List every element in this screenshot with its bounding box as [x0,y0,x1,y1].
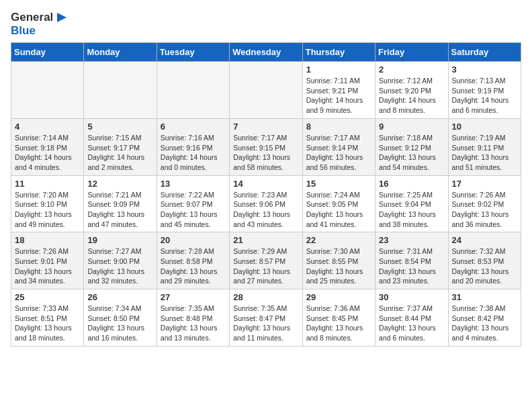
logo: General Blue [11,11,66,37]
day-info: Sunrise: 7:17 AMSunset: 9:14 PMDaylight:… [306,133,371,173]
day-cell-25: 25Sunrise: 7:33 AMSunset: 8:51 PMDayligh… [11,289,84,347]
day-number: 30 [379,292,444,302]
day-info: Sunrise: 7:34 AMSunset: 8:50 PMDaylight:… [87,304,152,343]
day-info: Sunrise: 7:37 AMSunset: 8:44 PMDaylight:… [379,304,444,343]
day-info: Sunrise: 7:13 AMSunset: 9:19 PMDaylight:… [452,76,517,116]
day-info: Sunrise: 7:33 AMSunset: 8:51 PMDaylight:… [15,304,80,343]
day-number: 18 [15,235,80,245]
header: General Blue [11,11,521,37]
day-number: 4 [15,122,80,132]
day-cell-14: 14Sunrise: 7:23 AMSunset: 9:06 PMDayligh… [230,175,302,232]
day-number: 19 [87,235,152,245]
day-number: 21 [233,235,298,245]
day-cell-6: 6Sunrise: 7:16 AMSunset: 9:16 PMDaylight… [157,118,229,175]
day-number: 26 [87,292,152,302]
col-header-friday: Friday [375,43,448,62]
day-number: 14 [233,179,298,189]
day-cell-28: 28Sunrise: 7:35 AMSunset: 8:47 PMDayligh… [230,289,302,347]
day-info: Sunrise: 7:28 AMSunset: 8:58 PMDaylight:… [161,246,226,286]
day-cell-18: 18Sunrise: 7:26 AMSunset: 9:01 PMDayligh… [11,232,84,289]
col-header-thursday: Thursday [302,43,375,62]
day-number: 13 [161,179,226,189]
day-info: Sunrise: 7:36 AMSunset: 8:45 PMDaylight:… [306,304,371,343]
day-number: 11 [15,179,80,189]
day-cell-13: 13Sunrise: 7:22 AMSunset: 9:07 PMDayligh… [157,175,229,232]
day-cell-1: 1Sunrise: 7:11 AMSunset: 9:21 PMDaylight… [302,62,375,119]
day-cell-9: 9Sunrise: 7:18 AMSunset: 9:12 PMDaylight… [375,118,448,175]
day-number: 22 [306,235,371,245]
day-info: Sunrise: 7:12 AMSunset: 9:20 PMDaylight:… [379,76,444,116]
day-number: 28 [233,292,298,302]
day-cell-19: 19Sunrise: 7:27 AMSunset: 9:00 PMDayligh… [84,232,157,289]
day-cell-10: 10Sunrise: 7:19 AMSunset: 9:11 PMDayligh… [448,118,521,175]
logo-blue: Blue [11,24,66,38]
day-number: 7 [233,122,298,132]
empty-cell [11,62,84,119]
day-number: 29 [306,292,371,302]
day-cell-7: 7Sunrise: 7:17 AMSunset: 9:15 PMDaylight… [230,118,302,175]
day-info: Sunrise: 7:14 AMSunset: 9:18 PMDaylight:… [15,133,80,173]
day-number: 12 [87,179,152,189]
day-info: Sunrise: 7:26 AMSunset: 9:02 PMDaylight:… [452,190,517,230]
day-info: Sunrise: 7:27 AMSunset: 9:00 PMDaylight:… [87,246,152,286]
day-cell-29: 29Sunrise: 7:36 AMSunset: 8:45 PMDayligh… [302,289,375,347]
col-header-saturday: Saturday [448,43,521,62]
day-number: 15 [306,179,371,189]
day-number: 16 [379,179,444,189]
day-cell-23: 23Sunrise: 7:31 AMSunset: 8:54 PMDayligh… [375,232,448,289]
day-number: 24 [452,235,517,245]
day-cell-8: 8Sunrise: 7:17 AMSunset: 9:14 PMDaylight… [302,118,375,175]
day-info: Sunrise: 7:31 AMSunset: 8:54 PMDaylight:… [379,246,444,286]
day-cell-5: 5Sunrise: 7:15 AMSunset: 9:17 PMDaylight… [84,118,157,175]
day-number: 25 [15,292,80,302]
col-header-wednesday: Wednesday [230,43,302,62]
day-number: 3 [452,64,517,75]
day-info: Sunrise: 7:35 AMSunset: 8:47 PMDaylight:… [233,304,298,343]
day-number: 9 [379,122,444,132]
day-cell-12: 12Sunrise: 7:21 AMSunset: 9:09 PMDayligh… [84,175,157,232]
day-cell-30: 30Sunrise: 7:37 AMSunset: 8:44 PMDayligh… [375,289,448,347]
empty-cell [230,62,302,119]
day-info: Sunrise: 7:15 AMSunset: 9:17 PMDaylight:… [87,133,152,173]
day-number: 23 [379,235,444,245]
day-cell-4: 4Sunrise: 7:14 AMSunset: 9:18 PMDaylight… [11,118,84,175]
logo-general: General [11,11,53,24]
col-header-sunday: Sunday [11,43,84,62]
day-number: 2 [379,64,444,75]
day-info: Sunrise: 7:24 AMSunset: 9:05 PMDaylight:… [306,190,371,230]
day-number: 31 [452,292,517,302]
day-number: 10 [452,122,517,132]
day-info: Sunrise: 7:32 AMSunset: 8:53 PMDaylight:… [452,246,517,286]
day-cell-3: 3Sunrise: 7:13 AMSunset: 9:19 PMDaylight… [448,62,521,119]
day-info: Sunrise: 7:11 AMSunset: 9:21 PMDaylight:… [306,76,371,116]
day-cell-24: 24Sunrise: 7:32 AMSunset: 8:53 PMDayligh… [448,232,521,289]
day-info: Sunrise: 7:25 AMSunset: 9:04 PMDaylight:… [379,190,444,230]
empty-cell [157,62,229,119]
day-cell-27: 27Sunrise: 7:35 AMSunset: 8:48 PMDayligh… [157,289,229,347]
day-number: 5 [87,122,152,132]
col-header-tuesday: Tuesday [157,43,229,62]
day-cell-11: 11Sunrise: 7:20 AMSunset: 9:10 PMDayligh… [11,175,84,232]
day-number: 17 [452,179,517,189]
day-info: Sunrise: 7:20 AMSunset: 9:10 PMDaylight:… [15,190,80,230]
day-cell-2: 2Sunrise: 7:12 AMSunset: 9:20 PMDaylight… [375,62,448,119]
day-number: 1 [306,64,371,75]
day-info: Sunrise: 7:30 AMSunset: 8:55 PMDaylight:… [306,246,371,286]
day-cell-20: 20Sunrise: 7:28 AMSunset: 8:58 PMDayligh… [157,232,229,289]
empty-cell [84,62,157,119]
day-number: 8 [306,122,371,132]
day-info: Sunrise: 7:22 AMSunset: 9:07 PMDaylight:… [161,190,226,230]
day-info: Sunrise: 7:29 AMSunset: 8:57 PMDaylight:… [233,246,298,286]
day-cell-22: 22Sunrise: 7:30 AMSunset: 8:55 PMDayligh… [302,232,375,289]
day-cell-17: 17Sunrise: 7:26 AMSunset: 9:02 PMDayligh… [448,175,521,232]
svg-marker-0 [57,13,66,22]
day-number: 20 [161,235,226,245]
day-info: Sunrise: 7:18 AMSunset: 9:12 PMDaylight:… [379,133,444,173]
day-info: Sunrise: 7:38 AMSunset: 8:42 PMDaylight:… [452,304,517,343]
day-info: Sunrise: 7:19 AMSunset: 9:11 PMDaylight:… [452,133,517,173]
day-cell-31: 31Sunrise: 7:38 AMSunset: 8:42 PMDayligh… [448,289,521,347]
day-cell-21: 21Sunrise: 7:29 AMSunset: 8:57 PMDayligh… [230,232,302,289]
col-header-monday: Monday [84,43,157,62]
calendar-table: SundayMondayTuesdayWednesdayThursdayFrid… [11,42,521,347]
day-cell-26: 26Sunrise: 7:34 AMSunset: 8:50 PMDayligh… [84,289,157,347]
